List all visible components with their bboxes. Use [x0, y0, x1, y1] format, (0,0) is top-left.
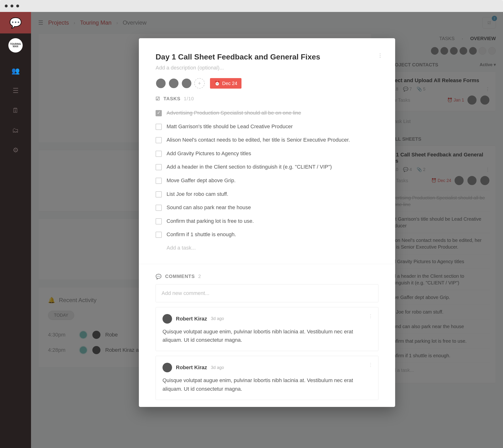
more-icon[interactable]: ⋮	[377, 52, 383, 59]
divider	[139, 264, 395, 264]
checkbox[interactable]	[156, 232, 162, 238]
checkbox[interactable]	[156, 191, 162, 198]
task-row[interactable]: Confirm if 1 shuttle is enough.	[156, 228, 378, 241]
checkbox[interactable]	[156, 137, 162, 143]
checkbox[interactable]	[156, 110, 162, 116]
due-date-tag[interactable]: ⏰Dec 24	[210, 78, 241, 89]
checkbox[interactable]	[156, 178, 162, 184]
comment-icon: 💬	[156, 274, 162, 279]
checkbox[interactable]	[156, 151, 162, 157]
task-row[interactable]: Add Gravity Pictures to Agency titles	[156, 147, 378, 161]
task-detail-modal: ⋮ Day 1 Call Sheet Feedback and General …	[139, 38, 395, 407]
comment: ⋮Robert Kiraz3d agoQuisque volutpat augu…	[156, 356, 378, 400]
list-nav-icon[interactable]: ☰	[12, 87, 20, 95]
task-row[interactable]: Matt Garrison's title should be Lead Cre…	[156, 120, 378, 133]
comment-input[interactable]: Add new comment...	[156, 284, 378, 302]
task-row[interactable]: Advertising Production Specialist should…	[156, 106, 378, 120]
avatar[interactable]	[162, 363, 172, 372]
checkbox[interactable]	[156, 205, 162, 211]
add-assignee-button[interactable]: +	[194, 78, 205, 89]
avatar[interactable]	[169, 78, 179, 89]
add-task-input[interactable]: Add a task...	[156, 241, 378, 254]
app-logo[interactable]: 💬	[0, 12, 31, 33]
avatar[interactable]	[156, 78, 166, 89]
more-icon[interactable]: ⋮	[368, 362, 373, 367]
avatar[interactable]	[162, 314, 172, 324]
folder-nav-icon[interactable]: 🗂	[12, 126, 20, 134]
settings-nav-icon[interactable]: ⚙	[12, 146, 20, 154]
task-row[interactable]: Alison Neel's contact needs to be edited…	[156, 133, 378, 147]
traffic-light-min[interactable]	[11, 4, 13, 7]
checkbox[interactable]	[156, 164, 162, 170]
task-row[interactable]: List Joe for robo cam stuff.	[156, 187, 378, 201]
calendar-nav-icon[interactable]: 🗓	[12, 106, 20, 114]
more-icon[interactable]: ⋮	[368, 313, 373, 319]
sidebar: 💬 TOURINGMAN 👥 ☰ 🗓 🗂 ⚙	[0, 12, 31, 448]
checkbox[interactable]	[156, 124, 162, 130]
task-row[interactable]: Confirm that parking lot is free to use.	[156, 215, 378, 228]
comment: ⋮Robert Kiraz3d agoQuisque volutpat augu…	[156, 307, 378, 351]
avatar[interactable]	[181, 78, 192, 89]
clock-icon: ⏰	[214, 81, 220, 86]
traffic-light-close[interactable]	[5, 4, 8, 7]
description-input[interactable]: Add a description (optional)...	[156, 65, 378, 71]
modal-title: Day 1 Call Sheet Feedback and General Fi…	[156, 52, 378, 61]
checkbox[interactable]	[156, 218, 162, 224]
project-avatar[interactable]: TOURINGMAN	[8, 38, 23, 52]
task-row[interactable]: Add a header in the Client section to di…	[156, 160, 378, 174]
modal-backdrop[interactable]: ⋮ Day 1 Call Sheet Feedback and General …	[31, 12, 503, 448]
task-row[interactable]: Move Gaffer dept above Grip.	[156, 174, 378, 187]
traffic-light-max[interactable]	[16, 4, 19, 7]
chat-icon: 💬	[9, 17, 22, 29]
task-row[interactable]: Sound can also park near the house	[156, 201, 378, 215]
contacts-nav-icon[interactable]: 👥	[12, 67, 20, 75]
window-titlebar	[0, 0, 503, 12]
checkbox-icon: ☑	[156, 96, 160, 101]
